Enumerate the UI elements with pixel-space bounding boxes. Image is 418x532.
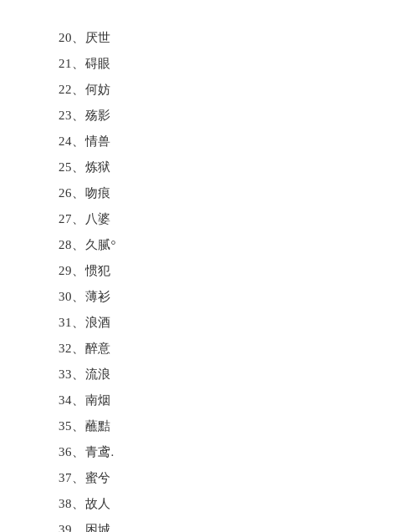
list-item: 26、吻痕 <box>59 180 359 206</box>
list-item: 39、困城 <box>59 517 359 532</box>
list-item: 28、久腻° <box>59 232 359 258</box>
list-item: 32、醉意 <box>59 336 359 362</box>
list-item: 38、故人 <box>59 491 359 517</box>
list-item: 24、情兽 <box>59 129 359 155</box>
list-item: 33、流浪 <box>59 362 359 388</box>
list-item: 37、蜜兮 <box>59 465 359 491</box>
list-item: 30、薄衫 <box>59 284 359 310</box>
list-item: 22、何妨 <box>59 77 359 103</box>
list-item: 31、浪酒 <box>59 310 359 336</box>
list-item: 21、碍眼 <box>59 51 359 77</box>
list-item: 25、炼狱 <box>59 155 359 180</box>
list-item: 34、南烟 <box>59 388 359 413</box>
list-item: 20、厌世 <box>59 25 359 51</box>
list-item: 23、殇影 <box>59 103 359 129</box>
list-container: 20、厌世21、碍眼22、何妨23、殇影24、情兽25、炼狱26、吻痕27、八婆… <box>0 0 418 532</box>
list-item: 35、蘸黠 <box>59 413 359 439</box>
list-item: 29、惯犯 <box>59 258 359 284</box>
list-item: 27、八婆 <box>59 206 359 232</box>
list-item: 36、青鸢. <box>59 439 359 465</box>
